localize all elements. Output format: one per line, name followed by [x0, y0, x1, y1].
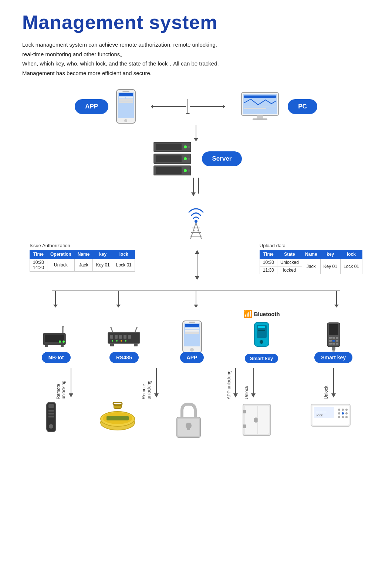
double-arrow-lr: [192, 250, 203, 280]
svg-point-157: [342, 416, 344, 418]
svg-rect-109: [332, 343, 335, 345]
upload-data-table-wrap: Upload data Time State Name key lock: [260, 243, 362, 274]
app-device-icon: [182, 320, 202, 353]
server-label: Server: [202, 151, 242, 166]
svg-rect-104: [336, 337, 338, 339]
lock-panel: — — — LOCK: [310, 402, 351, 428]
lock-bar-icon: [41, 402, 61, 439]
svg-marker-13: [223, 105, 225, 108]
svg-marker-116: [154, 393, 159, 397]
svg-point-34: [184, 169, 187, 172]
rs485-icon: [107, 327, 141, 347]
diagram: APP: [22, 89, 370, 439]
svg-rect-110: [336, 343, 338, 345]
upload-col-lock: lock: [340, 250, 362, 259]
bluetooth-label: Bluetooth: [254, 311, 280, 317]
svg-point-78: [121, 340, 122, 342]
monitor-icon: [240, 92, 280, 121]
svg-point-128: [49, 424, 53, 429]
device-nb-iot: NB-Iot: [40, 324, 73, 363]
svg-point-27: [188, 146, 190, 148]
svg-rect-97: [258, 329, 265, 329]
svg-rect-20: [257, 115, 263, 118]
svg-marker-122: [331, 393, 336, 397]
issue-col-time: Time: [30, 250, 47, 259]
svg-marker-118: [233, 393, 238, 397]
svg-point-41: [195, 220, 197, 223]
bluetooth-badge: 📶 Bluetooth: [243, 309, 280, 318]
svg-rect-74: [124, 335, 126, 339]
tower-icon: [179, 198, 213, 239]
svg-rect-102: [329, 337, 332, 339]
app-action-label: APP unlocking: [226, 366, 232, 399]
app-label: APP: [75, 99, 108, 114]
svg-rect-72: [115, 335, 118, 339]
app-device-label: APP: [180, 352, 204, 363]
nb-iot-label: NB-Iot: [42, 352, 71, 363]
svg-point-156: [338, 416, 340, 418]
svg-rect-132: [107, 416, 129, 420]
svg-rect-3: [119, 93, 133, 96]
rs485-arrow: [154, 368, 159, 397]
svg-rect-98: [258, 330, 265, 331]
svg-marker-114: [69, 393, 73, 397]
smart-key-mid-arrow: [251, 368, 256, 397]
svg-line-82: [135, 328, 137, 332]
server-icon: [150, 142, 195, 175]
svg-point-79: [125, 340, 126, 342]
svg-marker-14: [186, 113, 190, 114]
svg-rect-21: [253, 118, 267, 120]
svg-point-153: [338, 412, 340, 414]
svg-point-155: [345, 412, 348, 414]
svg-point-31: [188, 158, 190, 160]
svg-rect-103: [332, 337, 335, 339]
svg-rect-90: [185, 328, 199, 329]
rs485-label: RS485: [109, 352, 139, 363]
connector-svg: [22, 283, 370, 309]
svg-point-65: [62, 326, 64, 328]
svg-rect-96: [258, 326, 265, 328]
svg-rect-18: [244, 107, 276, 107]
svg-rect-25: [156, 144, 182, 150]
issue-col-operation: Operation: [47, 250, 75, 259]
svg-rect-71: [110, 335, 113, 339]
svg-rect-124: [48, 404, 54, 408]
page-title: Management system: [22, 11, 370, 33]
svg-marker-52: [195, 250, 199, 254]
svg-marker-51: [195, 276, 199, 280]
device-rs485: RS485: [107, 324, 141, 363]
issue-auth-table-wrap: Issue Authorization Time Operation Name …: [30, 243, 135, 272]
svg-rect-92: [185, 332, 199, 334]
svg-line-80: [111, 328, 113, 332]
svg-rect-4: [119, 97, 125, 98]
table-row: 10:2014:20 Unlock Jack Key 01 Lock 01: [30, 259, 135, 272]
lock-panel-icon: — — — LOCK: [310, 402, 351, 428]
issue-col-key: key: [93, 250, 113, 259]
svg-rect-125: [48, 410, 54, 412]
device-smart-key-right: Smart key: [314, 324, 352, 363]
svg-rect-106: [332, 340, 335, 342]
svg-point-8: [124, 119, 127, 122]
svg-rect-68: [45, 345, 48, 347]
lock-padlock-icon: [174, 402, 203, 439]
svg-point-30: [184, 157, 187, 160]
upload-col-name: Name: [302, 250, 320, 259]
down-arrow-1: [192, 125, 200, 141]
issue-col-lock: lock: [113, 250, 135, 259]
svg-rect-85: [134, 343, 138, 346]
svg-point-152: [345, 409, 348, 411]
svg-rect-127: [48, 416, 54, 417]
svg-rect-69: [61, 345, 64, 347]
svg-text:LOCK: LOCK: [316, 414, 323, 417]
smart-key-right-label: Smart key: [314, 352, 352, 363]
smart-key-right-icon: [324, 322, 343, 352]
upload-col-key: key: [320, 250, 340, 259]
svg-rect-144: [254, 418, 257, 422]
issue-auth-label: Issue Authorization: [30, 243, 70, 248]
svg-point-81: [110, 327, 112, 328]
smart-key-mid-action-label: Unlock: [244, 366, 249, 399]
svg-point-99: [260, 340, 263, 344]
svg-rect-91: [185, 330, 199, 332]
rs485-action-label: Remote unlocking: [141, 366, 152, 399]
smart-key-right-action-label: Unlock: [324, 366, 329, 399]
